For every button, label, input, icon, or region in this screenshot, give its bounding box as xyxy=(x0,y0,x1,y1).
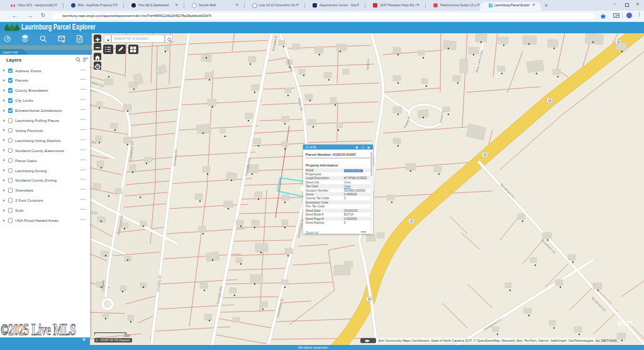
svg-text:15: 15 xyxy=(548,99,552,102)
svg-text:15: 15 xyxy=(367,298,371,301)
svg-text:Colinwo: Colinwo xyxy=(101,280,105,292)
svg-text:15: 15 xyxy=(409,220,413,223)
svg-text:Neal Ln: Neal Ln xyxy=(365,59,370,70)
svg-text:15: 15 xyxy=(616,41,620,44)
svg-text:Rd: Rd xyxy=(92,140,97,145)
svg-text:15: 15 xyxy=(483,153,487,156)
